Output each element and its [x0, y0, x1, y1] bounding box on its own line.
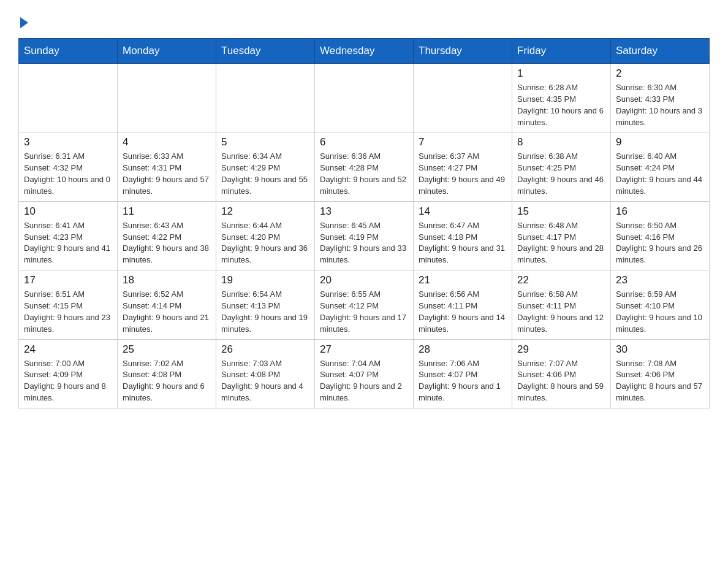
day-info: Sunrise: 7:04 AM Sunset: 4:07 PM Dayligh… — [320, 358, 408, 404]
day-number: 6 — [320, 136, 408, 148]
day-number: 19 — [221, 274, 309, 286]
day-number: 22 — [517, 274, 605, 286]
calendar-cell: 25Sunrise: 7:02 AM Sunset: 4:08 PM Dayli… — [118, 339, 216, 408]
day-info: Sunrise: 6:56 AM Sunset: 4:11 PM Dayligh… — [419, 289, 507, 335]
day-header-saturday: Saturday — [611, 39, 710, 64]
day-info: Sunrise: 6:54 AM Sunset: 4:13 PM Dayligh… — [221, 289, 309, 335]
day-number: 11 — [123, 205, 211, 218]
day-number: 10 — [24, 205, 112, 218]
day-number: 28 — [419, 343, 507, 356]
calendar-cell: 11Sunrise: 6:43 AM Sunset: 4:22 PM Dayli… — [118, 201, 216, 270]
day-info: Sunrise: 6:41 AM Sunset: 4:23 PM Dayligh… — [24, 220, 112, 266]
day-info: Sunrise: 6:59 AM Sunset: 4:10 PM Dayligh… — [616, 289, 704, 335]
calendar-cell: 30Sunrise: 7:08 AM Sunset: 4:06 PM Dayli… — [611, 339, 710, 408]
calendar-cell: 29Sunrise: 7:07 AM Sunset: 4:06 PM Dayli… — [512, 339, 611, 408]
calendar-cell: 7Sunrise: 6:37 AM Sunset: 4:27 PM Daylig… — [414, 132, 512, 201]
calendar-cell — [315, 64, 414, 132]
day-number: 3 — [24, 136, 112, 148]
day-number: 16 — [616, 205, 704, 218]
week-row-1: 1Sunrise: 6:28 AM Sunset: 4:35 PM Daylig… — [19, 64, 710, 132]
week-row-2: 3Sunrise: 6:31 AM Sunset: 4:32 PM Daylig… — [19, 132, 710, 201]
day-number: 26 — [221, 343, 309, 356]
day-info: Sunrise: 6:36 AM Sunset: 4:28 PM Dayligh… — [320, 151, 408, 197]
day-info: Sunrise: 6:33 AM Sunset: 4:31 PM Dayligh… — [123, 151, 211, 197]
calendar-cell: 21Sunrise: 6:56 AM Sunset: 4:11 PM Dayli… — [414, 270, 512, 339]
day-info: Sunrise: 6:48 AM Sunset: 4:17 PM Dayligh… — [517, 220, 605, 266]
day-info: Sunrise: 6:58 AM Sunset: 4:11 PM Dayligh… — [517, 289, 605, 335]
calendar-cell: 4Sunrise: 6:33 AM Sunset: 4:31 PM Daylig… — [118, 132, 216, 201]
day-number: 1 — [517, 67, 605, 80]
calendar-cell: 28Sunrise: 7:06 AM Sunset: 4:07 PM Dayli… — [414, 339, 512, 408]
page-header — [18, 12, 710, 28]
calendar-cell: 24Sunrise: 7:00 AM Sunset: 4:09 PM Dayli… — [19, 339, 118, 408]
calendar-cell: 19Sunrise: 6:54 AM Sunset: 4:13 PM Dayli… — [216, 270, 315, 339]
calendar-header-row: SundayMondayTuesdayWednesdayThursdayFrid… — [19, 39, 710, 64]
calendar-cell: 8Sunrise: 6:38 AM Sunset: 4:25 PM Daylig… — [512, 132, 611, 201]
day-info: Sunrise: 6:38 AM Sunset: 4:25 PM Dayligh… — [517, 151, 605, 197]
day-header-thursday: Thursday — [414, 39, 512, 64]
day-header-tuesday: Tuesday — [216, 39, 315, 64]
logo-triangle-icon — [20, 17, 28, 28]
day-info: Sunrise: 6:30 AM Sunset: 4:33 PM Dayligh… — [616, 82, 704, 128]
day-number: 30 — [616, 343, 704, 356]
calendar-cell: 6Sunrise: 6:36 AM Sunset: 4:28 PM Daylig… — [315, 132, 414, 201]
week-row-5: 24Sunrise: 7:00 AM Sunset: 4:09 PM Dayli… — [19, 339, 710, 408]
day-number: 8 — [517, 136, 605, 148]
day-number: 29 — [517, 343, 605, 356]
day-header-monday: Monday — [118, 39, 216, 64]
logo — [18, 12, 28, 28]
day-info: Sunrise: 7:03 AM Sunset: 4:08 PM Dayligh… — [221, 358, 309, 404]
day-info: Sunrise: 6:47 AM Sunset: 4:18 PM Dayligh… — [419, 220, 507, 266]
calendar-cell: 16Sunrise: 6:50 AM Sunset: 4:16 PM Dayli… — [611, 201, 710, 270]
calendar-cell: 27Sunrise: 7:04 AM Sunset: 4:07 PM Dayli… — [315, 339, 414, 408]
day-info: Sunrise: 6:44 AM Sunset: 4:20 PM Dayligh… — [221, 220, 309, 266]
calendar-cell — [414, 64, 512, 132]
calendar-cell — [118, 64, 216, 132]
day-number: 5 — [221, 136, 309, 148]
week-row-3: 10Sunrise: 6:41 AM Sunset: 4:23 PM Dayli… — [19, 201, 710, 270]
day-number: 18 — [123, 274, 211, 286]
calendar-cell: 5Sunrise: 6:34 AM Sunset: 4:29 PM Daylig… — [216, 132, 315, 201]
day-number: 23 — [616, 274, 704, 286]
day-number: 15 — [517, 205, 605, 218]
day-number: 20 — [320, 274, 408, 286]
calendar-cell: 1Sunrise: 6:28 AM Sunset: 4:35 PM Daylig… — [512, 64, 611, 132]
day-info: Sunrise: 7:07 AM Sunset: 4:06 PM Dayligh… — [517, 358, 605, 404]
calendar-cell: 10Sunrise: 6:41 AM Sunset: 4:23 PM Dayli… — [19, 201, 118, 270]
calendar-cell: 3Sunrise: 6:31 AM Sunset: 4:32 PM Daylig… — [19, 132, 118, 201]
calendar-cell: 13Sunrise: 6:45 AM Sunset: 4:19 PM Dayli… — [315, 201, 414, 270]
day-info: Sunrise: 6:52 AM Sunset: 4:14 PM Dayligh… — [123, 289, 211, 335]
calendar-cell: 18Sunrise: 6:52 AM Sunset: 4:14 PM Dayli… — [118, 270, 216, 339]
day-info: Sunrise: 7:08 AM Sunset: 4:06 PM Dayligh… — [616, 358, 704, 404]
calendar-cell: 26Sunrise: 7:03 AM Sunset: 4:08 PM Dayli… — [216, 339, 315, 408]
calendar-cell: 22Sunrise: 6:58 AM Sunset: 4:11 PM Dayli… — [512, 270, 611, 339]
day-info: Sunrise: 6:28 AM Sunset: 4:35 PM Dayligh… — [517, 82, 605, 128]
day-info: Sunrise: 6:31 AM Sunset: 4:32 PM Dayligh… — [24, 151, 112, 197]
day-number: 14 — [419, 205, 507, 218]
day-number: 9 — [616, 136, 704, 148]
day-number: 21 — [419, 274, 507, 286]
day-info: Sunrise: 6:50 AM Sunset: 4:16 PM Dayligh… — [616, 220, 704, 266]
day-number: 2 — [616, 67, 704, 80]
day-number: 13 — [320, 205, 408, 218]
day-info: Sunrise: 6:34 AM Sunset: 4:29 PM Dayligh… — [221, 151, 309, 197]
day-info: Sunrise: 7:06 AM Sunset: 4:07 PM Dayligh… — [419, 358, 507, 404]
day-info: Sunrise: 6:55 AM Sunset: 4:12 PM Dayligh… — [320, 289, 408, 335]
day-header-wednesday: Wednesday — [315, 39, 414, 64]
calendar-cell: 12Sunrise: 6:44 AM Sunset: 4:20 PM Dayli… — [216, 201, 315, 270]
day-number: 7 — [419, 136, 507, 148]
day-header-friday: Friday — [512, 39, 611, 64]
calendar-cell: 20Sunrise: 6:55 AM Sunset: 4:12 PM Dayli… — [315, 270, 414, 339]
day-number: 25 — [123, 343, 211, 356]
day-number: 12 — [221, 205, 309, 218]
calendar-cell: 23Sunrise: 6:59 AM Sunset: 4:10 PM Dayli… — [611, 270, 710, 339]
day-info: Sunrise: 6:37 AM Sunset: 4:27 PM Dayligh… — [419, 151, 507, 197]
calendar-cell: 2Sunrise: 6:30 AM Sunset: 4:33 PM Daylig… — [611, 64, 710, 132]
day-info: Sunrise: 6:43 AM Sunset: 4:22 PM Dayligh… — [123, 220, 211, 266]
week-row-4: 17Sunrise: 6:51 AM Sunset: 4:15 PM Dayli… — [19, 270, 710, 339]
calendar-cell: 14Sunrise: 6:47 AM Sunset: 4:18 PM Dayli… — [414, 201, 512, 270]
calendar-cell: 15Sunrise: 6:48 AM Sunset: 4:17 PM Dayli… — [512, 201, 611, 270]
day-number: 27 — [320, 343, 408, 356]
calendar-cell — [19, 64, 118, 132]
day-number: 24 — [24, 343, 112, 356]
